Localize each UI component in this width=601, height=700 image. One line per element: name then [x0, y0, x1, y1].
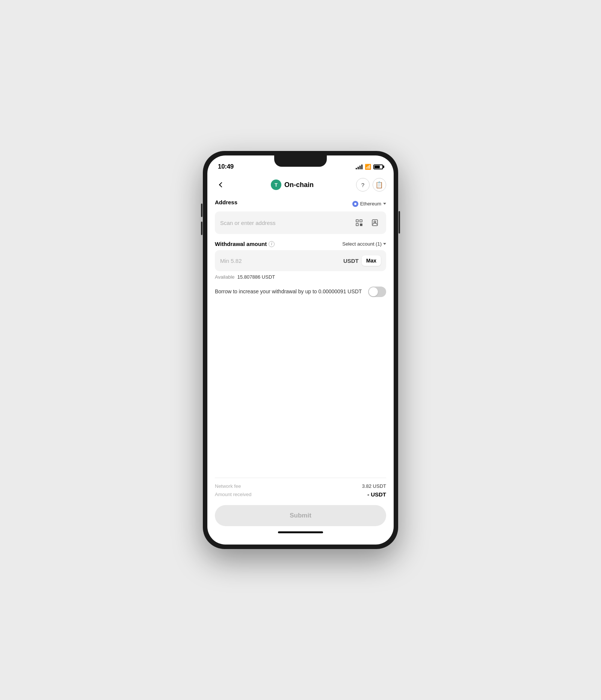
borrow-toggle[interactable]: [368, 287, 386, 297]
network-fee-label: Network fee: [215, 483, 241, 489]
amount-received-value: - USDT: [367, 491, 386, 498]
currency-label: USDT: [343, 258, 359, 264]
page-title: T On-chain: [271, 180, 314, 190]
back-button[interactable]: [215, 178, 228, 192]
amount-placeholder-text: Min 5.82: [220, 258, 340, 264]
nav-header: T On-chain ? 📋: [207, 175, 394, 196]
back-chevron-icon: [219, 182, 224, 187]
account-dropdown-icon: [383, 243, 386, 245]
svg-rect-5: [360, 225, 361, 226]
svg-point-8: [374, 221, 376, 223]
address-label: Address: [215, 199, 237, 205]
withdrawal-label: Withdrawal amount i: [215, 241, 275, 247]
svg-rect-2: [356, 223, 358, 226]
footer: Network fee 3.82 USDT Amount received - …: [207, 478, 394, 545]
available-balance: Available 15.807886 USDT: [215, 274, 386, 280]
phone-screen: 10:49 📶: [207, 155, 394, 545]
nav-actions: ? 📋: [356, 178, 386, 192]
status-icons: 📶: [356, 164, 383, 170]
network-fee-row: Network fee 3.82 USDT: [215, 483, 386, 489]
submit-button[interactable]: Submit: [215, 505, 386, 526]
borrow-row: Borrow to increase your withdrawal by up…: [215, 287, 386, 297]
amount-received-row: Amount received - USDT: [215, 491, 386, 498]
content-spacer: [215, 305, 386, 475]
borrow-text: Borrow to increase your withdrawal by up…: [215, 288, 364, 296]
signal-bar-1: [356, 168, 357, 169]
main-content: Address Ethereum Scan or enter address: [207, 196, 394, 478]
withdrawal-section-header: Withdrawal amount i Select account (1): [215, 241, 386, 247]
amount-received-label: Amount received: [215, 492, 252, 497]
signal-bar-4: [361, 164, 362, 169]
svg-rect-0: [356, 220, 358, 222]
battery-icon: [373, 164, 383, 169]
power-btn: [399, 211, 400, 234]
history-button[interactable]: 📋: [373, 178, 386, 192]
phone-device: 10:49 📶: [203, 151, 398, 549]
battery-fill: [374, 166, 380, 168]
network-selector[interactable]: Ethereum: [352, 201, 386, 207]
scan-qr-button[interactable]: [353, 217, 365, 229]
address-section-header: Address Ethereum: [215, 199, 386, 208]
toggle-knob: [369, 287, 378, 296]
svg-rect-6: [361, 225, 362, 226]
account-selector[interactable]: Select account (1): [342, 241, 386, 247]
volume-down-btn: [201, 222, 202, 235]
svg-rect-4: [361, 224, 362, 225]
notch: [274, 155, 327, 167]
tether-logo-icon: T: [271, 180, 281, 190]
address-input-row: Scan or enter address: [215, 211, 386, 234]
signal-bar-2: [358, 167, 359, 169]
withdrawal-info-icon[interactable]: i: [269, 241, 275, 247]
ethereum-icon: [352, 201, 358, 207]
wifi-icon: 📶: [365, 164, 371, 170]
help-button[interactable]: ?: [356, 178, 370, 192]
signal-icon: [356, 164, 362, 169]
network-dropdown-icon: [383, 203, 386, 205]
signal-bar-3: [359, 166, 361, 169]
volume-up-btn: [201, 204, 202, 217]
network-fee-value: 3.82 USDT: [362, 483, 386, 489]
contact-book-button[interactable]: [369, 217, 381, 229]
status-time: 10:49: [218, 163, 234, 170]
footer-divider: [215, 478, 386, 478]
address-placeholder-text: Scan or enter address: [220, 220, 349, 226]
max-button[interactable]: Max: [362, 255, 381, 266]
home-indicator: [278, 531, 323, 533]
svg-rect-3: [360, 224, 361, 225]
amount-input-row: Min 5.82 USDT Max: [215, 250, 386, 271]
svg-rect-1: [360, 220, 362, 222]
